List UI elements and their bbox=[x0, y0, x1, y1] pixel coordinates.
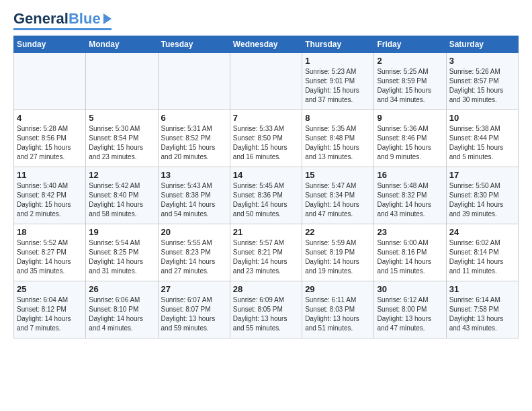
day-info: Sunrise: 5:52 AM Sunset: 8:27 PM Dayligh… bbox=[17, 238, 83, 276]
calendar-cell: 15Sunrise: 5:47 AM Sunset: 8:34 PM Dayli… bbox=[302, 167, 374, 224]
calendar-cell: 19Sunrise: 5:54 AM Sunset: 8:25 PM Dayli… bbox=[86, 224, 158, 281]
day-number: 3 bbox=[449, 56, 515, 66]
day-info: Sunrise: 5:31 AM Sunset: 8:52 PM Dayligh… bbox=[161, 124, 227, 162]
weekday-header-row: SundayMondayTuesdayWednesdayThursdayFrid… bbox=[14, 36, 519, 53]
weekday-header-friday: Friday bbox=[374, 36, 446, 53]
day-number: 15 bbox=[305, 170, 371, 180]
day-number: 25 bbox=[17, 284, 83, 294]
logo-text: GeneralBlue bbox=[13, 11, 101, 27]
logo-arrow-icon bbox=[103, 13, 112, 24]
calendar-table: SundayMondayTuesdayWednesdayThursdayFrid… bbox=[13, 36, 519, 338]
logo: GeneralBlue bbox=[13, 11, 112, 30]
day-info: Sunrise: 6:06 AM Sunset: 8:10 PM Dayligh… bbox=[89, 295, 154, 333]
day-info: Sunrise: 6:04 AM Sunset: 8:12 PM Dayligh… bbox=[17, 295, 83, 333]
day-info: Sunrise: 5:35 AM Sunset: 8:48 PM Dayligh… bbox=[305, 124, 371, 162]
day-info: Sunrise: 5:30 AM Sunset: 8:54 PM Dayligh… bbox=[89, 124, 154, 162]
calendar-cell bbox=[230, 53, 302, 110]
calendar-cell: 6Sunrise: 5:31 AM Sunset: 8:52 PM Daylig… bbox=[158, 110, 230, 167]
calendar-cell: 12Sunrise: 5:42 AM Sunset: 8:40 PM Dayli… bbox=[86, 167, 158, 224]
calendar-cell: 10Sunrise: 5:38 AM Sunset: 8:44 PM Dayli… bbox=[446, 110, 518, 167]
calendar-cell: 8Sunrise: 5:35 AM Sunset: 8:48 PM Daylig… bbox=[302, 110, 374, 167]
calendar-cell bbox=[158, 53, 230, 110]
day-number: 27 bbox=[161, 284, 227, 294]
day-number: 7 bbox=[233, 113, 299, 123]
calendar-cell: 7Sunrise: 5:33 AM Sunset: 8:50 PM Daylig… bbox=[230, 110, 302, 167]
day-number: 24 bbox=[449, 227, 515, 237]
calendar-cell: 4Sunrise: 5:28 AM Sunset: 8:56 PM Daylig… bbox=[14, 110, 86, 167]
calendar-cell: 9Sunrise: 5:36 AM Sunset: 8:46 PM Daylig… bbox=[374, 110, 446, 167]
day-number: 12 bbox=[89, 170, 154, 180]
calendar-cell: 16Sunrise: 5:48 AM Sunset: 8:32 PM Dayli… bbox=[374, 167, 446, 224]
weekday-header-saturday: Saturday bbox=[446, 36, 518, 53]
day-info: Sunrise: 5:45 AM Sunset: 8:36 PM Dayligh… bbox=[233, 181, 299, 219]
calendar-cell: 14Sunrise: 5:45 AM Sunset: 8:36 PM Dayli… bbox=[230, 167, 302, 224]
day-info: Sunrise: 5:48 AM Sunset: 8:32 PM Dayligh… bbox=[377, 181, 443, 219]
day-number: 14 bbox=[233, 170, 299, 180]
calendar-cell: 5Sunrise: 5:30 AM Sunset: 8:54 PM Daylig… bbox=[86, 110, 158, 167]
calendar-cell bbox=[86, 53, 158, 110]
day-info: Sunrise: 5:50 AM Sunset: 8:30 PM Dayligh… bbox=[449, 181, 515, 219]
day-info: Sunrise: 5:33 AM Sunset: 8:50 PM Dayligh… bbox=[233, 124, 299, 162]
calendar-cell: 11Sunrise: 5:40 AM Sunset: 8:42 PM Dayli… bbox=[14, 167, 86, 224]
calendar-cell: 22Sunrise: 5:59 AM Sunset: 8:19 PM Dayli… bbox=[302, 224, 374, 281]
calendar-cell: 17Sunrise: 5:50 AM Sunset: 8:30 PM Dayli… bbox=[446, 167, 518, 224]
calendar-cell: 20Sunrise: 5:55 AM Sunset: 8:23 PM Dayli… bbox=[158, 224, 230, 281]
day-number: 13 bbox=[161, 170, 227, 180]
day-info: Sunrise: 5:55 AM Sunset: 8:23 PM Dayligh… bbox=[161, 238, 227, 276]
weekday-header-sunday: Sunday bbox=[14, 36, 86, 53]
day-info: Sunrise: 5:25 AM Sunset: 8:59 PM Dayligh… bbox=[377, 67, 443, 105]
calendar-cell: 26Sunrise: 6:06 AM Sunset: 8:10 PM Dayli… bbox=[86, 281, 158, 338]
day-info: Sunrise: 5:36 AM Sunset: 8:46 PM Dayligh… bbox=[377, 124, 443, 162]
day-number: 11 bbox=[17, 170, 83, 180]
weekday-header-thursday: Thursday bbox=[302, 36, 374, 53]
week-row-2: 4Sunrise: 5:28 AM Sunset: 8:56 PM Daylig… bbox=[14, 110, 519, 167]
calendar-cell: 13Sunrise: 5:43 AM Sunset: 8:38 PM Dayli… bbox=[158, 167, 230, 224]
day-number: 10 bbox=[449, 113, 515, 123]
day-number: 28 bbox=[233, 284, 299, 294]
day-number: 17 bbox=[449, 170, 515, 180]
calendar-cell: 29Sunrise: 6:11 AM Sunset: 8:03 PM Dayli… bbox=[302, 281, 374, 338]
day-info: Sunrise: 6:02 AM Sunset: 8:14 PM Dayligh… bbox=[449, 238, 515, 276]
day-number: 22 bbox=[305, 227, 371, 237]
day-info: Sunrise: 6:07 AM Sunset: 8:07 PM Dayligh… bbox=[161, 295, 227, 333]
day-number: 20 bbox=[161, 227, 227, 237]
week-row-5: 25Sunrise: 6:04 AM Sunset: 8:12 PM Dayli… bbox=[14, 281, 519, 338]
day-info: Sunrise: 6:09 AM Sunset: 8:05 PM Dayligh… bbox=[233, 295, 299, 333]
calendar-cell: 1Sunrise: 5:23 AM Sunset: 9:01 PM Daylig… bbox=[302, 53, 374, 110]
day-number: 6 bbox=[161, 113, 227, 123]
day-number: 21 bbox=[233, 227, 299, 237]
calendar-cell: 2Sunrise: 5:25 AM Sunset: 8:59 PM Daylig… bbox=[374, 53, 446, 110]
day-info: Sunrise: 5:59 AM Sunset: 8:19 PM Dayligh… bbox=[305, 238, 371, 276]
day-info: Sunrise: 6:14 AM Sunset: 7:58 PM Dayligh… bbox=[449, 295, 515, 333]
calendar-cell: 30Sunrise: 6:12 AM Sunset: 8:00 PM Dayli… bbox=[374, 281, 446, 338]
day-number: 8 bbox=[305, 113, 371, 123]
day-info: Sunrise: 5:28 AM Sunset: 8:56 PM Dayligh… bbox=[17, 124, 83, 162]
calendar-cell bbox=[14, 53, 86, 110]
day-info: Sunrise: 5:26 AM Sunset: 8:57 PM Dayligh… bbox=[449, 67, 515, 105]
day-info: Sunrise: 5:47 AM Sunset: 8:34 PM Dayligh… bbox=[305, 181, 371, 219]
day-number: 1 bbox=[305, 56, 371, 66]
day-number: 29 bbox=[305, 284, 371, 294]
calendar-cell: 21Sunrise: 5:57 AM Sunset: 8:21 PM Dayli… bbox=[230, 224, 302, 281]
week-row-4: 18Sunrise: 5:52 AM Sunset: 8:27 PM Dayli… bbox=[14, 224, 519, 281]
header: GeneralBlue bbox=[13, 11, 519, 30]
day-number: 30 bbox=[377, 284, 443, 294]
day-number: 16 bbox=[377, 170, 443, 180]
day-info: Sunrise: 5:40 AM Sunset: 8:42 PM Dayligh… bbox=[17, 181, 83, 219]
week-row-1: 1Sunrise: 5:23 AM Sunset: 9:01 PM Daylig… bbox=[14, 53, 519, 110]
week-row-3: 11Sunrise: 5:40 AM Sunset: 8:42 PM Dayli… bbox=[14, 167, 519, 224]
calendar-cell: 25Sunrise: 6:04 AM Sunset: 8:12 PM Dayli… bbox=[14, 281, 86, 338]
day-number: 5 bbox=[89, 113, 154, 123]
logo-underline bbox=[13, 28, 112, 30]
day-number: 18 bbox=[17, 227, 83, 237]
weekday-header-monday: Monday bbox=[86, 36, 158, 53]
calendar-cell: 28Sunrise: 6:09 AM Sunset: 8:05 PM Dayli… bbox=[230, 281, 302, 338]
day-number: 4 bbox=[17, 113, 83, 123]
day-number: 2 bbox=[377, 56, 443, 66]
day-info: Sunrise: 5:23 AM Sunset: 9:01 PM Dayligh… bbox=[305, 67, 371, 105]
day-number: 31 bbox=[449, 284, 515, 294]
calendar-cell: 24Sunrise: 6:02 AM Sunset: 8:14 PM Dayli… bbox=[446, 224, 518, 281]
day-number: 19 bbox=[89, 227, 154, 237]
calendar-cell: 18Sunrise: 5:52 AM Sunset: 8:27 PM Dayli… bbox=[14, 224, 86, 281]
day-info: Sunrise: 5:57 AM Sunset: 8:21 PM Dayligh… bbox=[233, 238, 299, 276]
